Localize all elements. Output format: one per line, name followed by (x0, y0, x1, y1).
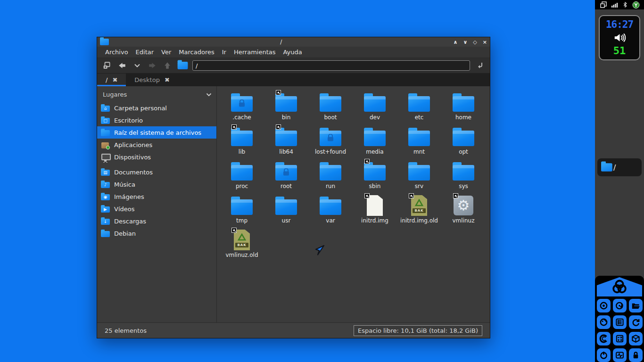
folder-icon (364, 131, 386, 146)
file-name: var (326, 218, 335, 224)
dock-file-manager-button[interactable] (629, 299, 643, 313)
clock-widget: 16:27 51 (599, 15, 640, 60)
tab-root[interactable]: / ✖ (97, 74, 126, 86)
menu-archivo[interactable]: Archivo (102, 48, 132, 57)
dock-firefox-button[interactable] (597, 315, 611, 329)
dock-power-button[interactable] (597, 348, 611, 362)
sidebar-header[interactable]: Lugares (97, 89, 216, 102)
bluetooth-icon[interactable] (621, 1, 629, 8)
symlink-emblem-icon (276, 124, 281, 130)
file-name: initrd.img.old (400, 218, 438, 224)
tab-desktop[interactable]: Desktop ✖ (126, 74, 178, 86)
network-signal-icon[interactable] (611, 1, 618, 8)
volume-level: 51 (613, 45, 626, 57)
back-button[interactable] (116, 60, 128, 71)
path-input[interactable]: / (192, 60, 470, 71)
file-item[interactable]: srv (397, 160, 441, 194)
file-item[interactable]: lost+found (308, 125, 353, 160)
sidebar-item-documents-folder[interactable]: ▤ Documentos (97, 166, 216, 178)
file-item[interactable]: etc (397, 91, 441, 125)
tab-close-icon[interactable]: ✖ (165, 76, 170, 83)
file-item[interactable]: sys (441, 160, 486, 194)
dock-package-manager-button[interactable] (629, 332, 643, 346)
titlebar[interactable]: / ∧∨◇× (97, 37, 490, 47)
sidebar: Lugares ⌂ Carpeta personal □ Escritorio … (97, 86, 217, 322)
menu-editar[interactable]: Editar (132, 48, 157, 57)
shade-button[interactable]: ∧ (453, 40, 457, 45)
file-item[interactable]: BAK initrd.img.old (397, 194, 441, 229)
menu-herramientas[interactable]: Herramientas (231, 48, 279, 57)
sidebar-item-root-folder[interactable]: Raíz del sistema de archivos (97, 126, 216, 139)
dock-task-list-button[interactable] (613, 315, 627, 329)
go-jump-button[interactable] (474, 60, 486, 71)
dock-roof[interactable] (597, 277, 642, 296)
file-item[interactable]: mnt (397, 125, 441, 160)
dock-calculator-button[interactable] (613, 332, 627, 346)
file-item[interactable]: media (353, 125, 397, 160)
sidebar-list: ⌂ Carpeta personal □ Escritorio Raíz del… (97, 102, 216, 239)
new-tab-button[interactable] (101, 60, 113, 71)
file-item[interactable]: proc (220, 160, 264, 194)
file-item[interactable]: dev (353, 91, 397, 125)
file-item[interactable]: root (264, 160, 308, 194)
file-item[interactable]: tmp (220, 194, 264, 229)
home-button[interactable] (176, 60, 189, 71)
menu-ir[interactable]: Ir (219, 48, 230, 57)
file-name: etc (415, 115, 424, 121)
dock-sync-button[interactable] (629, 315, 643, 329)
undefined (163, 61, 172, 70)
sidebar-item-music-folder[interactable]: ♪ Música (97, 178, 216, 190)
up-button[interactable] (161, 60, 173, 71)
taskbar-item-root[interactable]: / (597, 158, 642, 176)
file-name: usr (282, 218, 291, 224)
undefined (133, 62, 141, 69)
tab-label: Desktop (134, 76, 160, 83)
dock-clementine-button[interactable] (597, 332, 611, 346)
dock-chrome-button[interactable] (597, 299, 611, 313)
file-item[interactable]: usr (264, 194, 308, 229)
sidebar-item-label: Carpeta personal (114, 105, 167, 112)
file-item[interactable]: run (308, 160, 353, 194)
file-area[interactable]: .cache bin boot dev etc home lib lib64 l… (217, 86, 490, 322)
user-status-icon[interactable] (632, 1, 640, 8)
minimize-button[interactable]: ∨ (463, 40, 467, 45)
file-item[interactable]: .cache (220, 91, 264, 125)
speaker-icon[interactable] (613, 33, 626, 42)
window-switcher-icon[interactable] (600, 1, 607, 8)
menu-marcadores[interactable]: Marcadores (175, 48, 217, 57)
sidebar-item-home-folder[interactable]: ⌂ Carpeta personal (97, 102, 216, 114)
sidebar-item-plain-folder[interactable]: Debian (97, 227, 216, 239)
close-button[interactable]: × (483, 40, 487, 45)
file-item[interactable]: ⚙ vmlinuz (441, 194, 486, 229)
sidebar-item-pictures-folder[interactable]: ◉ Imágenes (97, 190, 216, 203)
file-item[interactable]: boot (308, 91, 353, 125)
dock-lock-screen-button[interactable] (629, 348, 643, 362)
dock-music-player-button[interactable] (613, 299, 627, 313)
file-item[interactable]: lib64 (264, 125, 308, 160)
taskbar: / (597, 158, 642, 176)
file-item[interactable]: home (441, 91, 486, 125)
sidebar-item-downloads-folder[interactable]: ↓ Descargas (97, 215, 216, 227)
file-item[interactable]: var (308, 194, 353, 229)
forward-button[interactable] (146, 60, 158, 71)
file-item[interactable]: opt (441, 125, 486, 160)
menu-ver[interactable]: Ver (158, 48, 174, 57)
file-item[interactable]: sbin (353, 160, 397, 194)
package-manager-icon (631, 334, 640, 343)
sidebar-item-applications[interactable]: Aplicaciones (97, 139, 216, 151)
file-item[interactable]: lib (220, 125, 264, 160)
file-item[interactable]: bin (264, 91, 308, 125)
sidebar-item-desktop-folder[interactable]: □ Escritorio (97, 114, 216, 126)
symlink-emblem-icon (231, 228, 237, 233)
file-item[interactable]: BAK vmlinuz.old (220, 229, 264, 263)
dock-system-monitor-button[interactable] (613, 348, 627, 362)
sidebar-item-devices[interactable]: Dispositivos (97, 151, 216, 163)
menu-ayuda[interactable]: Ayuda (280, 48, 305, 57)
tab-close-icon[interactable]: ✖ (112, 76, 117, 83)
symlink-emblem-icon (276, 90, 281, 95)
history-dropdown-button[interactable] (131, 60, 143, 71)
file-item[interactable]: initrd.img (353, 194, 397, 229)
sidebar-item-videos-folder[interactable]: ▶ Vídeos (97, 203, 216, 215)
maximize-button[interactable]: ◇ (473, 40, 477, 45)
undefined (611, 1, 618, 8)
